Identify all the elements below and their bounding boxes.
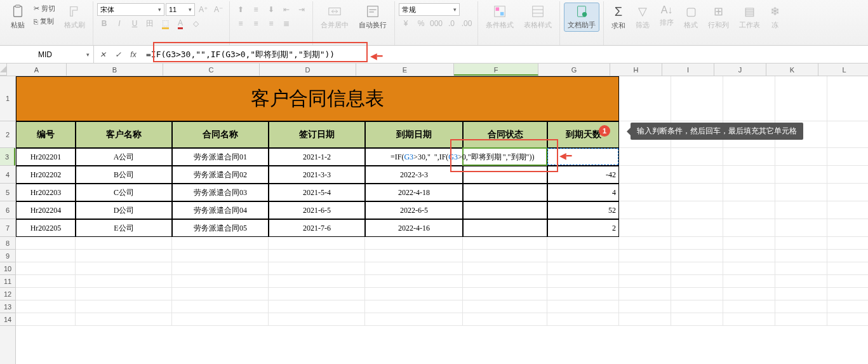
cell-L5[interactable]	[827, 184, 868, 201]
cell-E13[interactable]	[365, 300, 463, 313]
table-header-2[interactable]: 合同名称	[172, 121, 269, 148]
copy-button[interactable]: ⎘复制	[31, 15, 58, 27]
cell-G10[interactable]	[547, 262, 619, 275]
cell-K6[interactable]	[775, 201, 827, 219]
cell-H3[interactable]	[619, 148, 671, 166]
cell-B14[interactable]	[76, 313, 172, 326]
cell-J12[interactable]	[723, 288, 775, 300]
chevron-down-icon[interactable]: ▾	[450, 6, 459, 13]
table-header-4[interactable]: 到期日期	[365, 121, 463, 148]
cell-client-0[interactable]: A公司	[76, 148, 172, 166]
cell-client-4[interactable]: E公司	[76, 219, 172, 237]
cell-K12[interactable]	[775, 288, 827, 300]
cell-F14[interactable]	[463, 313, 547, 326]
cell-H6[interactable]	[619, 201, 671, 219]
eraser-icon[interactable]: ◇	[189, 17, 203, 30]
cell-sign-4[interactable]: 2021-7-6	[269, 219, 365, 237]
row-header-8[interactable]: 8	[0, 237, 15, 250]
fx-icon[interactable]: fx	[127, 48, 140, 61]
number-format-combo[interactable]: ▾	[399, 3, 460, 16]
cell-client-3[interactable]: D公司	[76, 201, 172, 219]
cell-B9[interactable]	[76, 250, 172, 262]
rowcol-button[interactable]: ⊞行和列	[704, 3, 733, 32]
increase-font-icon[interactable]: A⁺	[196, 3, 210, 17]
row-header-12[interactable]: 12	[0, 288, 15, 300]
cell-status-3[interactable]	[463, 201, 547, 219]
cell-client-1[interactable]: B公司	[76, 166, 172, 184]
decrease-decimal-icon[interactable]: .0	[444, 17, 458, 30]
cell-F10[interactable]	[463, 262, 547, 275]
cell-contract-0[interactable]: 劳务派遣合同01	[172, 148, 269, 166]
cell-H12[interactable]	[619, 288, 671, 300]
cell-A13[interactable]	[16, 300, 76, 313]
cell-G13[interactable]	[547, 300, 619, 313]
cell-E14[interactable]	[365, 313, 463, 326]
cell-A9[interactable]	[16, 250, 76, 262]
table-style-button[interactable]: 表格样式	[520, 3, 556, 32]
row-header-6[interactable]: 6	[0, 201, 15, 219]
underline-icon[interactable]: U	[128, 17, 142, 30]
chevron-down-icon[interactable]: ▾	[185, 6, 194, 13]
cell-H7[interactable]	[619, 219, 671, 237]
worksheet-button[interactable]: ▤工作表	[735, 3, 764, 32]
cell-B8[interactable]	[76, 237, 172, 250]
cell-L3[interactable]	[827, 148, 868, 166]
cell-status-0[interactable]	[463, 148, 547, 166]
cell-I14[interactable]	[671, 313, 723, 326]
cell-D12[interactable]	[269, 288, 365, 300]
increase-indent-icon[interactable]: ⇥	[295, 3, 309, 17]
row-header-1[interactable]: 1	[0, 76, 15, 121]
cell-G8[interactable]	[547, 237, 619, 250]
cell-E10[interactable]	[365, 262, 463, 275]
cell-K10[interactable]	[775, 262, 827, 275]
cell-H13[interactable]	[619, 300, 671, 313]
cell-days-4[interactable]: 2	[547, 219, 619, 237]
cell-K4[interactable]	[775, 166, 827, 184]
cell-D13[interactable]	[269, 300, 365, 313]
cell-I7[interactable]	[671, 219, 723, 237]
cell-A8[interactable]	[16, 237, 76, 250]
sum-button[interactable]: Σ求和	[608, 3, 629, 32]
column-header-C[interactable]: C	[163, 64, 260, 76]
chevron-down-icon[interactable]: ▾	[155, 6, 164, 13]
column-header-E[interactable]: E	[356, 64, 454, 76]
cell-id-3[interactable]: Hr202204	[16, 201, 76, 219]
align-bottom-icon[interactable]: ⬇	[264, 3, 278, 17]
cell-A12[interactable]	[16, 288, 76, 300]
cell-I12[interactable]	[671, 288, 723, 300]
justify-icon[interactable]: ≣	[279, 17, 293, 30]
cell-sign-0[interactable]: 2021-1-2	[269, 148, 365, 166]
cell-I4[interactable]	[671, 166, 723, 184]
table-header-5[interactable]: 合同状态	[463, 121, 547, 148]
cell-E8[interactable]	[365, 237, 463, 250]
cell-L1[interactable]	[827, 76, 868, 121]
row-header-3[interactable]: 3	[0, 148, 15, 166]
cell-I5[interactable]	[671, 184, 723, 201]
table-header-0[interactable]: 编号	[16, 121, 76, 148]
cell-C11[interactable]	[172, 275, 269, 288]
font-size-combo[interactable]: ▾	[166, 3, 195, 16]
cell-H9[interactable]	[619, 250, 671, 262]
cell-contract-2[interactable]: 劳务派遣合同03	[172, 184, 269, 201]
cell-H4[interactable]	[619, 166, 671, 184]
row-header-10[interactable]: 10	[0, 262, 15, 275]
cell-F9[interactable]	[463, 250, 547, 262]
cell-J6[interactable]	[723, 201, 775, 219]
cell-K11[interactable]	[775, 275, 827, 288]
column-header-F[interactable]: F	[454, 64, 538, 76]
cell-L11[interactable]	[827, 275, 868, 288]
align-center-icon[interactable]: ≡	[249, 17, 263, 30]
cell-K7[interactable]	[775, 219, 827, 237]
cell-J7[interactable]	[723, 219, 775, 237]
cell-K13[interactable]	[775, 300, 827, 313]
name-box[interactable]: ▾	[0, 46, 94, 63]
cell-L10[interactable]	[827, 262, 868, 275]
align-right-icon[interactable]: ≡	[264, 17, 278, 30]
cell-I3[interactable]	[671, 148, 723, 166]
cell-B12[interactable]	[76, 288, 172, 300]
cell-C10[interactable]	[172, 262, 269, 275]
cell-J3[interactable]	[723, 148, 775, 166]
cell-status-1[interactable]	[463, 166, 547, 184]
cell-K8[interactable]	[775, 237, 827, 250]
cell-J11[interactable]	[723, 275, 775, 288]
